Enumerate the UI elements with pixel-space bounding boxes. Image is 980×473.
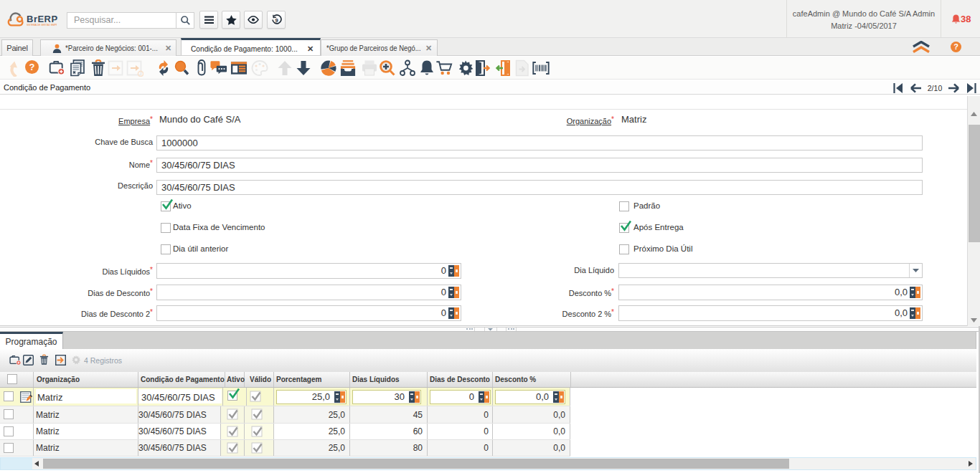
svg-text:2/10: 2/10 <box>928 84 943 92</box>
svg-text:9: 9 <box>275 17 278 24</box>
